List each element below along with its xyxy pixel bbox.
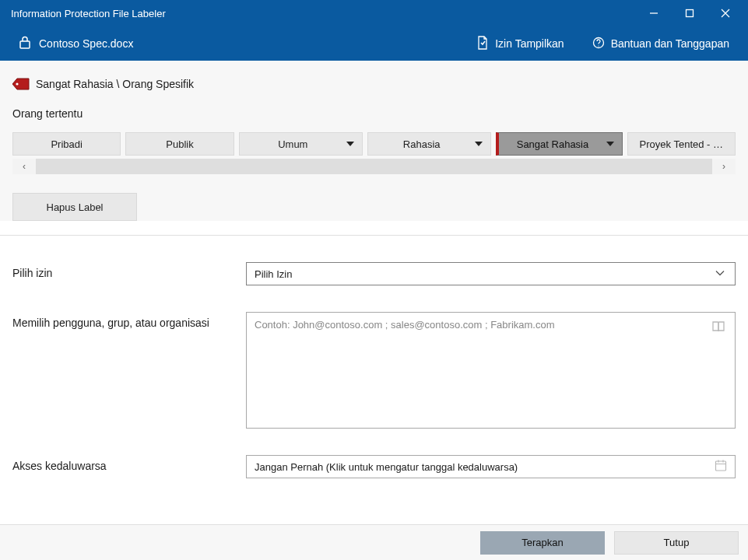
svg-rect-4	[20, 41, 30, 48]
apply-button[interactable]: Terapkan	[480, 531, 605, 555]
window-title: Information Protection File Labeler	[11, 8, 636, 19]
tab-label: Pribadi	[51, 138, 82, 150]
tag-icon	[12, 78, 28, 90]
tab-label: Umum	[278, 138, 307, 150]
close-button-label: Tutup	[664, 537, 690, 548]
svg-rect-1	[687, 10, 694, 17]
select-permission-label: Pilih izin	[12, 262, 246, 285]
svg-marker-7	[12, 79, 29, 89]
specific-people-label: Orang tertentu	[12, 107, 736, 120]
users-placeholder: Contoh: John@contoso.com ; sales@contoso…	[255, 319, 555, 331]
footer: Terapkan Tutup	[0, 524, 748, 560]
select-users-label: Memilih pengguna, grup, atau organisasi	[12, 312, 246, 429]
help-feedback-label: Bantuan dan Tanggapan	[611, 37, 729, 50]
svg-rect-9	[716, 461, 726, 471]
lock-icon	[19, 36, 31, 52]
access-expiry-label: Akses kedaluwarsa	[12, 455, 246, 478]
tab-pribadi[interactable]: Pribadi	[12, 132, 121, 156]
select-permission-value: Pilih Izin	[255, 268, 292, 280]
sensitivity-tabs: Pribadi Publik Umum Rahasia Sangat Rahas…	[12, 132, 736, 156]
header-bar: Contoso Spec.docx Izin Tampilkan Bantuan…	[0, 26, 748, 61]
chevron-down-icon	[346, 142, 354, 146]
show-permissions-label: Izin Tampilkan	[495, 37, 564, 50]
chevron-down-icon	[475, 142, 483, 146]
delete-label-text: Hapus Label	[47, 201, 104, 213]
chevron-down-icon	[606, 142, 614, 146]
access-expiry-value: Jangan Pernah (Klik untuk mengatur tangg…	[255, 461, 518, 473]
maximize-button[interactable]	[672, 0, 708, 26]
tabs-scrollbar[interactable]: ‹ ›	[12, 159, 736, 174]
select-permission-dropdown[interactable]: Pilih Izin	[246, 262, 736, 285]
file-name: Contoso Spec.docx	[39, 37, 133, 50]
close-button[interactable]	[708, 0, 743, 26]
minimize-button[interactable]	[636, 0, 672, 26]
tab-label: Rahasia	[403, 138, 441, 150]
scroll-right-button[interactable]: ›	[712, 159, 736, 174]
window-titlebar: Information Protection File Labeler	[0, 0, 748, 26]
tab-sangat-rahasia[interactable]: Sangat Rahasia	[496, 132, 622, 156]
apply-button-label: Terapkan	[521, 537, 563, 548]
tab-umum[interactable]: Umum	[239, 132, 363, 156]
address-book-icon[interactable]	[711, 320, 725, 335]
svg-point-8	[16, 82, 18, 85]
scroll-left-button[interactable]: ‹	[12, 159, 36, 174]
tab-label: Publik	[166, 138, 193, 150]
help-feedback-button[interactable]: Bantuan dan Tanggapan	[592, 37, 729, 51]
show-permissions-button[interactable]: Izin Tampilkan	[476, 36, 564, 52]
current-label-row: Sangat Rahasia \ Orang Spesifik	[12, 78, 736, 90]
tab-proyek-tented[interactable]: Proyek Tented - …	[627, 132, 736, 156]
tab-label: Sangat Rahasia	[517, 138, 589, 150]
access-expiry-input[interactable]: Jangan Pernah (Klik untuk mengatur tangg…	[246, 455, 736, 478]
svg-point-6	[598, 45, 599, 46]
calendar-icon[interactable]	[715, 460, 727, 474]
users-input[interactable]: Contoh: John@contoso.com ; sales@contoso…	[246, 312, 736, 429]
help-icon	[592, 37, 605, 51]
tab-label: Proyek Tented - …	[640, 138, 723, 150]
chevron-down-icon	[715, 268, 725, 280]
tab-rahasia[interactable]: Rahasia	[367, 132, 491, 156]
current-label-text: Sangat Rahasia \ Orang Spesifik	[36, 78, 194, 90]
document-icon	[476, 36, 489, 52]
delete-label-button[interactable]: Hapus Label	[12, 193, 137, 221]
tab-publik[interactable]: Publik	[125, 132, 234, 156]
close-dialog-button[interactable]: Tutup	[614, 531, 739, 555]
